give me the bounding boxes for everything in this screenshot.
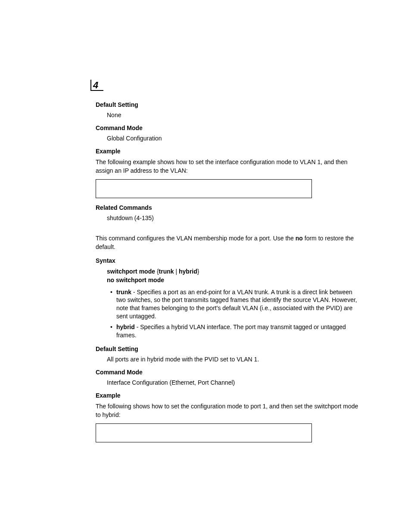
main-content: Default Setting None Command Mode Global… [90,101,359,442]
heading-syntax: Syntax [96,257,359,264]
heading-example-1: Example [96,148,359,155]
syntax-opt1: trunk [159,268,174,275]
text-example-2: The following shows how to set the confi… [96,402,359,419]
syntax-pipe: | [174,268,179,275]
bullet-hybrid: hybrid - Specifies a hybrid VLAN interfa… [116,323,359,339]
text-default-setting-2: All ports are in hybrid mode with the PV… [107,356,359,363]
heading-default-setting-1: Default Setting [96,101,359,108]
intro2-pre: This command configures the VLAN members… [96,235,296,242]
syntax-brace-close: } [197,268,199,275]
bullet-trunk-desc: - Specifies a port as an end-point for a… [116,289,357,320]
svg-rect-0 [90,80,91,91]
heading-command-mode-2: Command Mode [96,369,359,376]
heading-default-setting-2: Default Setting [96,345,359,352]
bullet-hybrid-term: hybrid [116,324,135,330]
code-box-1 [96,179,312,198]
bullet-hybrid-desc: - Specifies a hybrid VLAN interface. The… [116,324,346,339]
heading-example-2: Example [96,392,359,399]
text-command-mode-2: Interface Configuration (Ethernet, Port … [107,379,359,386]
syntax-brace-open: { [155,268,159,275]
bullet-trunk: trunk - Specifies a port as an end-point… [116,288,359,321]
syntax-bullets: trunk - Specifies a port as an end-point… [116,288,359,339]
code-box-2 [96,423,312,442]
page-content: 4 Default Setting None Command Mode Glob… [0,0,411,490]
text-default-setting-1: None [107,112,359,118]
text-example-1: The following example shows how to set t… [96,158,359,175]
chapter-number-badge: 4 [90,80,103,93]
svg-text:4: 4 [93,80,98,90]
syntax-no-cmd: no switchport mode [107,277,164,283]
heading-related-commands: Related Commands [96,204,359,211]
syntax-opt2: hybrid [179,268,197,275]
intro2-bold: no [296,235,303,242]
text-related-commands: shutdown (4-135) [107,215,359,221]
heading-command-mode-1: Command Mode [96,124,359,131]
text-command-mode-1: Global Configuration [107,135,359,142]
syntax-line-2: no switchport mode [107,276,359,285]
syntax-cmd: switchport mode [107,268,155,275]
text-intro-2: This command configures the VLAN members… [96,234,359,251]
bullet-trunk-term: trunk [116,289,131,296]
syntax-line-1: switchport mode {trunk | hybrid} [107,268,359,276]
